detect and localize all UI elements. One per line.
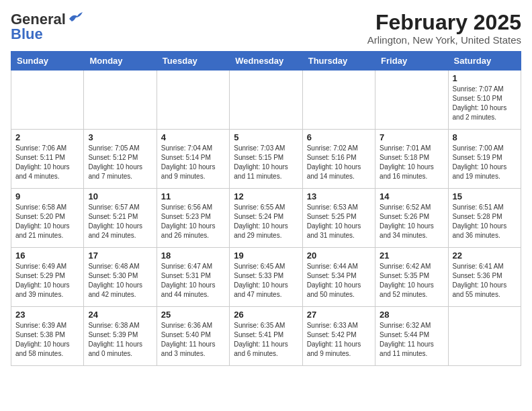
day-number: 22 — [453, 250, 517, 261]
calendar-cell: 13Sunrise: 6:53 AM Sunset: 5:25 PM Dayli… — [302, 189, 375, 248]
day-info: Sunrise: 6:42 AM Sunset: 5:35 PM Dayligh… — [380, 262, 443, 300]
logo-bird-icon — [68, 12, 83, 24]
calendar-cell — [157, 71, 229, 130]
day-number: 3 — [88, 132, 152, 142]
calendar-cell: 22Sunrise: 6:41 AM Sunset: 5:36 PM Dayli… — [448, 248, 521, 307]
weekday-header-wednesday: Wednesday — [230, 52, 302, 71]
day-number: 8 — [453, 132, 517, 142]
calendar-cell: 18Sunrise: 6:47 AM Sunset: 5:31 PM Dayli… — [157, 248, 229, 307]
calendar-cell: 2Sunrise: 7:06 AM Sunset: 5:11 PM Daylig… — [11, 130, 84, 189]
calendar-cell: 14Sunrise: 6:52 AM Sunset: 5:26 PM Dayli… — [375, 189, 448, 248]
day-number: 18 — [161, 250, 225, 261]
day-info: Sunrise: 6:47 AM Sunset: 5:31 PM Dayligh… — [161, 262, 225, 300]
calendar-cell: 1Sunrise: 7:07 AM Sunset: 5:10 PM Daylig… — [448, 71, 521, 130]
calendar-cell: 8Sunrise: 7:00 AM Sunset: 5:19 PM Daylig… — [448, 130, 521, 189]
day-number: 23 — [15, 310, 79, 320]
calendar-cell: 5Sunrise: 7:03 AM Sunset: 5:15 PM Daylig… — [230, 130, 302, 189]
day-number: 11 — [161, 191, 225, 201]
calendar-cell: 9Sunrise: 6:58 AM Sunset: 5:20 PM Daylig… — [11, 189, 84, 248]
calendar-table: SundayMondayTuesdayWednesdayThursdayFrid… — [11, 51, 521, 366]
title-area: February 2025 Arlington, New York, Unite… — [367, 11, 521, 46]
calendar-cell: 17Sunrise: 6:48 AM Sunset: 5:30 PM Dayli… — [84, 248, 157, 307]
day-number: 7 — [380, 132, 443, 142]
weekday-header-sunday: Sunday — [11, 52, 84, 71]
day-info: Sunrise: 6:38 AM Sunset: 5:39 PM Dayligh… — [88, 321, 152, 359]
calendar-cell: 27Sunrise: 6:33 AM Sunset: 5:42 PM Dayli… — [302, 307, 375, 366]
calendar-cell: 21Sunrise: 6:42 AM Sunset: 5:35 PM Dayli… — [375, 248, 448, 307]
month-title: February 2025 — [367, 11, 521, 34]
calendar-cell: 15Sunrise: 6:51 AM Sunset: 5:28 PM Dayli… — [448, 189, 521, 248]
day-info: Sunrise: 6:49 AM Sunset: 5:29 PM Dayligh… — [15, 262, 79, 300]
calendar-cell — [375, 71, 448, 130]
day-number: 12 — [234, 191, 298, 201]
day-number: 25 — [161, 310, 225, 320]
weekday-header-row: SundayMondayTuesdayWednesdayThursdayFrid… — [11, 52, 521, 71]
day-info: Sunrise: 6:55 AM Sunset: 5:24 PM Dayligh… — [234, 203, 298, 240]
day-number: 13 — [307, 191, 371, 201]
day-number: 2 — [15, 132, 79, 142]
calendar-cell: 26Sunrise: 6:35 AM Sunset: 5:41 PM Dayli… — [230, 307, 302, 366]
calendar-cell — [230, 71, 302, 130]
weekday-header-thursday: Thursday — [302, 52, 375, 71]
day-number: 21 — [380, 250, 443, 261]
calendar-cell: 4Sunrise: 7:04 AM Sunset: 5:14 PM Daylig… — [157, 130, 229, 189]
weekday-header-friday: Friday — [375, 52, 448, 71]
day-info: Sunrise: 6:56 AM Sunset: 5:23 PM Dayligh… — [161, 203, 225, 240]
calendar-cell — [84, 71, 157, 130]
calendar-cell: 19Sunrise: 6:45 AM Sunset: 5:33 PM Dayli… — [230, 248, 302, 307]
calendar-cell: 23Sunrise: 6:39 AM Sunset: 5:38 PM Dayli… — [11, 307, 84, 366]
day-number: 16 — [15, 250, 79, 261]
calendar-cell — [11, 71, 84, 130]
day-number: 5 — [234, 132, 298, 142]
day-number: 19 — [234, 250, 298, 261]
day-info: Sunrise: 6:57 AM Sunset: 5:21 PM Dayligh… — [88, 203, 152, 240]
calendar-cell: 12Sunrise: 6:55 AM Sunset: 5:24 PM Dayli… — [230, 189, 302, 248]
location: Arlington, New York, United States — [367, 34, 521, 46]
day-number: 6 — [307, 132, 371, 142]
calendar-cell: 3Sunrise: 7:05 AM Sunset: 5:12 PM Daylig… — [84, 130, 157, 189]
day-number: 9 — [15, 191, 79, 201]
day-number: 4 — [161, 132, 225, 142]
day-info: Sunrise: 6:48 AM Sunset: 5:30 PM Dayligh… — [88, 262, 152, 300]
calendar-cell: 10Sunrise: 6:57 AM Sunset: 5:21 PM Dayli… — [84, 189, 157, 248]
calendar-cell: 6Sunrise: 7:02 AM Sunset: 5:16 PM Daylig… — [302, 130, 375, 189]
weekday-header-monday: Monday — [84, 52, 157, 71]
calendar-week-row-3: 9Sunrise: 6:58 AM Sunset: 5:20 PM Daylig… — [11, 189, 521, 248]
weekday-header-tuesday: Tuesday — [157, 52, 229, 71]
day-info: Sunrise: 7:02 AM Sunset: 5:16 PM Dayligh… — [307, 144, 371, 181]
day-info: Sunrise: 6:58 AM Sunset: 5:20 PM Dayligh… — [15, 203, 79, 240]
day-number: 15 — [453, 191, 517, 201]
calendar-cell — [448, 307, 521, 366]
day-info: Sunrise: 6:52 AM Sunset: 5:26 PM Dayligh… — [380, 203, 443, 240]
day-info: Sunrise: 6:51 AM Sunset: 5:28 PM Dayligh… — [453, 203, 517, 240]
day-number: 24 — [88, 310, 152, 320]
day-number: 1 — [453, 73, 517, 83]
day-info: Sunrise: 7:05 AM Sunset: 5:12 PM Dayligh… — [88, 144, 152, 181]
day-info: Sunrise: 6:53 AM Sunset: 5:25 PM Dayligh… — [307, 203, 371, 240]
calendar-cell: 25Sunrise: 6:36 AM Sunset: 5:40 PM Dayli… — [157, 307, 229, 366]
day-info: Sunrise: 6:35 AM Sunset: 5:41 PM Dayligh… — [234, 321, 298, 359]
calendar-week-row-1: 1Sunrise: 7:07 AM Sunset: 5:10 PM Daylig… — [11, 71, 521, 130]
calendar-cell: 11Sunrise: 6:56 AM Sunset: 5:23 PM Dayli… — [157, 189, 229, 248]
day-info: Sunrise: 7:01 AM Sunset: 5:18 PM Dayligh… — [380, 144, 443, 181]
day-number: 10 — [88, 191, 152, 201]
day-info: Sunrise: 7:06 AM Sunset: 5:11 PM Dayligh… — [15, 144, 79, 181]
day-number: 14 — [380, 191, 443, 201]
day-info: Sunrise: 7:03 AM Sunset: 5:15 PM Dayligh… — [234, 144, 298, 181]
day-number: 17 — [88, 250, 152, 261]
day-info: Sunrise: 7:04 AM Sunset: 5:14 PM Dayligh… — [161, 144, 225, 181]
calendar-cell: 24Sunrise: 6:38 AM Sunset: 5:39 PM Dayli… — [84, 307, 157, 366]
calendar-week-row-4: 16Sunrise: 6:49 AM Sunset: 5:29 PM Dayli… — [11, 248, 521, 307]
day-info: Sunrise: 6:36 AM Sunset: 5:40 PM Dayligh… — [161, 321, 225, 359]
calendar-week-row-2: 2Sunrise: 7:06 AM Sunset: 5:11 PM Daylig… — [11, 130, 521, 189]
weekday-header-saturday: Saturday — [448, 52, 521, 71]
logo: General Blue — [11, 11, 83, 43]
day-info: Sunrise: 6:39 AM Sunset: 5:38 PM Dayligh… — [15, 321, 79, 359]
logo-blue: Blue — [11, 26, 43, 43]
page-header: General Blue February 2025 Arlington, Ne… — [11, 11, 521, 46]
day-number: 20 — [307, 250, 371, 261]
calendar-cell: 16Sunrise: 6:49 AM Sunset: 5:29 PM Dayli… — [11, 248, 84, 307]
day-number: 28 — [380, 310, 443, 320]
calendar-cell: 20Sunrise: 6:44 AM Sunset: 5:34 PM Dayli… — [302, 248, 375, 307]
day-number: 26 — [234, 310, 298, 320]
